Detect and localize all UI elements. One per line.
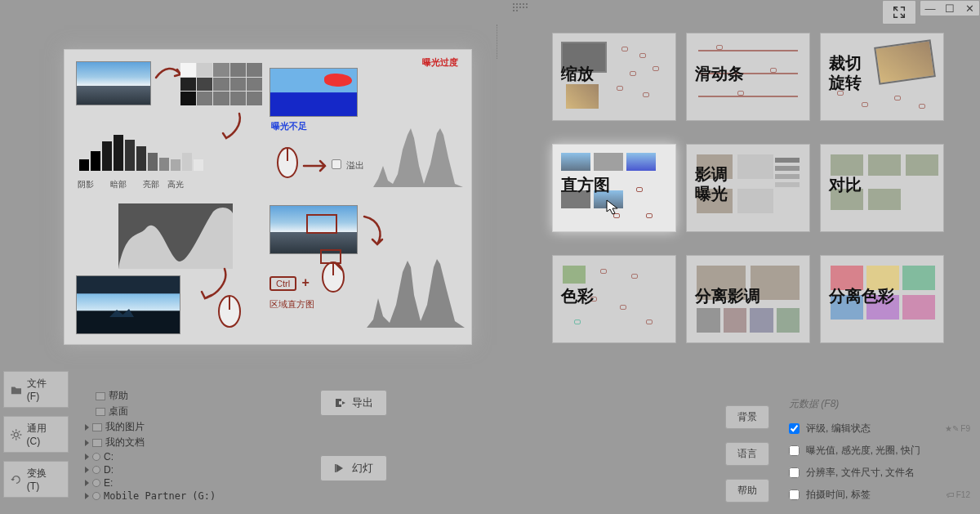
overflow-checkbox[interactable]: [332, 159, 341, 169]
tree-item[interactable]: D:: [85, 463, 273, 476]
preview-cell-tonezones: 阴影 暗部 亮部 高光: [76, 61, 266, 195]
left-action-transform[interactable]: 变换 (T): [3, 461, 69, 498]
language-button[interactable]: 语言: [725, 442, 769, 466]
folder-tree: 帮助 桌面 我的图片 我的文档 C: D: E: Mobile Partner …: [85, 388, 273, 503]
checkbox[interactable]: [789, 467, 800, 478]
disk-icon: [92, 466, 100, 474]
item-label: 拍摄时间, 标签: [806, 488, 871, 502]
plus-symbol: +: [302, 275, 310, 289]
metadata-item[interactable]: 分辨率, 文件尺寸, 文件名: [786, 462, 973, 484]
metadata-item[interactable]: 拍摄时间, 标签🏷F12: [786, 484, 973, 506]
tree-label: 我的文档: [105, 436, 145, 449]
expand-icon[interactable]: [85, 454, 89, 460]
expand-icon[interactable]: [85, 480, 89, 486]
svg-line-13: [19, 436, 20, 438]
svg-line-12: [12, 431, 14, 432]
left-action-file[interactable]: 文件 (F): [3, 371, 69, 408]
tutorial-grid: 缩放 滑动条 裁切 旋转 直方图: [552, 33, 960, 343]
tree-item[interactable]: E:: [85, 476, 273, 489]
tree-label: 帮助: [109, 389, 128, 403]
tree-item[interactable]: C:: [85, 450, 273, 463]
tutorial-card-histogram[interactable]: 直方图: [552, 144, 676, 232]
folder-icon: [96, 392, 105, 400]
item-label: 评级, 编辑状态: [806, 422, 871, 436]
svg-point-7: [14, 432, 18, 436]
tree-item[interactable]: 我的图片: [85, 419, 273, 435]
zone-label: 高光: [167, 179, 184, 190]
folder-icon: [96, 408, 105, 416]
card-title: 分离影调: [695, 285, 760, 307]
zone-label: 亮部: [143, 179, 159, 190]
tutorial-card-slider[interactable]: 滑动条: [686, 33, 810, 121]
export-button[interactable]: 导出: [320, 390, 387, 416]
checkbox[interactable]: [789, 445, 800, 456]
disk-icon: [92, 492, 100, 500]
preview-cell-curve: [76, 199, 266, 333]
tutorial-card-crop-rotate[interactable]: 裁切 旋转: [820, 33, 944, 121]
help-button[interactable]: 帮助: [725, 479, 769, 503]
tree-item[interactable]: 桌面: [85, 404, 273, 419]
card-title: 分离色彩: [829, 285, 894, 307]
panel-drag-handle[interactable]: [513, 0, 529, 23]
svg-line-14: [12, 436, 14, 438]
card-title: 裁切 旋转: [829, 53, 862, 92]
tutorial-card-color[interactable]: 色彩: [552, 255, 676, 343]
tree-item[interactable]: 我的文档: [85, 435, 273, 450]
tutorial-card-splitcolor[interactable]: 分离色彩: [820, 255, 944, 343]
button-label: 幻灯: [352, 461, 373, 476]
fullscreen-button[interactable]: [882, 0, 916, 25]
maximize-button[interactable]: ☐: [940, 1, 960, 16]
svg-line-15: [19, 431, 20, 432]
region-histogram-label: 区域直方图: [270, 298, 314, 311]
tree-item[interactable]: Mobile Partner (G:): [85, 489, 273, 503]
zone-label: 暗部: [110, 179, 127, 190]
card-title: 直方图: [561, 174, 610, 196]
card-title: 对比: [829, 174, 862, 196]
ctrl-key: Ctrl: [270, 276, 296, 291]
expand-icon[interactable]: [85, 493, 89, 499]
divider: [497, 25, 497, 59]
shortcut-hint: 🏷F12: [947, 490, 970, 499]
disk-icon: [92, 453, 100, 461]
metadata-panel: 元数据 (F8) 评级, 编辑状态★✎F9 曝光值, 感光度, 光圈, 快门 分…: [786, 397, 973, 506]
action-label: 变换 (T): [27, 467, 61, 492]
background-button[interactable]: 背景: [725, 405, 769, 429]
disk-icon: [92, 479, 100, 487]
folder-icon: [92, 439, 102, 447]
tutorial-card-splittone[interactable]: 分离影调: [686, 255, 810, 343]
underexposed-label: 曝光不足: [271, 120, 307, 132]
window-controls: — ☐ ✕: [882, 0, 980, 25]
preview-cell-regionhist: Ctrl + 区域直方图: [270, 199, 460, 333]
card-title: 缩放: [561, 63, 594, 85]
folder-icon: [92, 423, 102, 431]
metadata-item[interactable]: 曝光值, 感光度, 光圈, 快门: [786, 440, 973, 462]
metadata-item[interactable]: 评级, 编辑状态★✎F9: [786, 418, 973, 440]
tutorial-card-contrast[interactable]: 对比: [820, 144, 944, 232]
overexposed-label: 曝光过度: [422, 56, 458, 69]
card-title: 色彩: [561, 285, 594, 307]
svg-rect-16: [335, 464, 336, 472]
action-label: 通用 (C): [27, 422, 61, 447]
expand-icon[interactable]: [85, 440, 89, 446]
close-button[interactable]: ✕: [960, 1, 979, 16]
checkbox[interactable]: [789, 489, 800, 500]
tree-label: Mobile Partner (G:): [104, 490, 216, 502]
button-label: 导出: [352, 396, 373, 410]
tree-item[interactable]: 帮助: [85, 388, 273, 404]
preview-cell-clipping: 曝光过度 曝光不足 溢出: [270, 61, 460, 195]
tree-label: 桌面: [109, 404, 128, 418]
item-label: 曝光值, 感光度, 光圈, 快门: [806, 444, 920, 458]
tutorial-card-zoom[interactable]: 缩放: [552, 33, 676, 121]
slideshow-button[interactable]: 幻灯: [320, 455, 387, 481]
card-title: 滑动条: [695, 63, 744, 85]
left-action-general[interactable]: 通用 (C): [3, 416, 69, 453]
expand-icon[interactable]: [85, 424, 89, 431]
zone-label: 阴影: [78, 179, 94, 190]
tree-label: E:: [104, 477, 113, 489]
metadata-header: 元数据 (F8): [786, 397, 973, 411]
tutorial-card-tone-exposure[interactable]: 影调 曝光: [686, 144, 810, 232]
checkbox[interactable]: [789, 423, 800, 434]
minimize-button[interactable]: —: [920, 1, 940, 16]
action-label: 文件 (F): [27, 377, 61, 402]
expand-icon[interactable]: [85, 467, 89, 473]
